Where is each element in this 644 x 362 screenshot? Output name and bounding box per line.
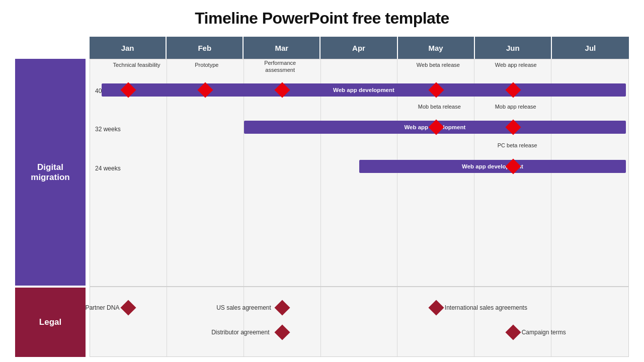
- month-header: Jan Feb Mar Apr May Jun Jul: [90, 37, 629, 59]
- legal-label-partner-dna: Partner DNA: [85, 304, 119, 311]
- gantt-bar-3: Web app development: [359, 160, 626, 173]
- gantt-bar-1: Web app development: [102, 83, 626, 97]
- month-feb: Feb: [167, 37, 244, 59]
- legal-marker-campaign-terms: [505, 324, 521, 340]
- timeline-wrapper: Digitalmigration Legal Jan Feb Mar Apr M…: [15, 37, 629, 357]
- legal-label-international: International sales agreements: [445, 304, 527, 311]
- milestone-label-technical-feasibility: Technical feasibility: [113, 62, 160, 68]
- legal-label-campaign-terms: Campaign terms: [522, 329, 566, 336]
- col-lines-legal: [90, 287, 628, 356]
- legal-marker-us-sales: [275, 300, 290, 316]
- category-digital: Digitalmigration: [15, 59, 86, 286]
- month-jul: Jul: [552, 37, 629, 59]
- month-may: May: [398, 37, 475, 59]
- weeks-label-2: 32 weeks: [95, 126, 121, 133]
- categories-column: Digitalmigration Legal: [15, 37, 86, 357]
- month-jan: Jan: [90, 37, 167, 59]
- month-mar: Mar: [244, 37, 320, 59]
- month-apr: Apr: [320, 37, 397, 59]
- legal-label-distributor: Distributor agreement: [211, 329, 269, 336]
- legal-marker-distributor: [275, 324, 290, 340]
- legal-label-us-sales: US sales agreement: [216, 304, 271, 311]
- milestone-label-pc-beta: PC beta release: [498, 142, 537, 148]
- milestone-label-performance: Performanceassessment: [264, 59, 296, 74]
- page-title: Timeline PowerPoint free template: [195, 9, 449, 28]
- category-legal: Legal: [15, 288, 86, 357]
- milestone-label-web-app: Web app release: [495, 62, 537, 68]
- digital-section: 40 weeks Web app development Technical f…: [90, 59, 628, 287]
- milestone-label-prototype: Prototype: [195, 62, 218, 68]
- content-area: 40 weeks Web app development Technical f…: [90, 59, 629, 357]
- month-jun: Jun: [475, 37, 552, 59]
- milestone-label-mob-app: Mob app release: [495, 104, 536, 110]
- weeks-label-3: 24 weeks: [95, 165, 121, 172]
- grid-area: Jan Feb Mar Apr May Jun Jul: [90, 37, 629, 357]
- legal-marker-international: [428, 300, 444, 316]
- legal-section: Partner DNA US sales agreement Distribut…: [90, 287, 628, 356]
- legal-marker-partner-dna: [121, 300, 136, 316]
- milestone-label-web-beta: Web beta release: [417, 62, 460, 68]
- milestone-label-mob-beta: Mob beta release: [418, 104, 461, 110]
